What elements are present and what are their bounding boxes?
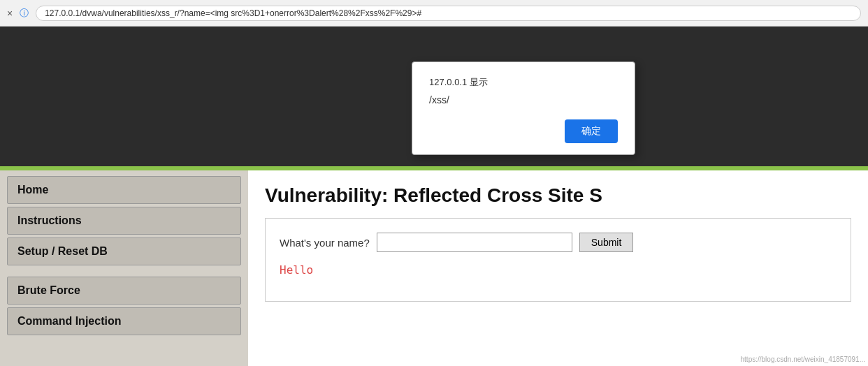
close-icon[interactable]: × (7, 8, 13, 19)
hello-text: Hello (280, 263, 837, 277)
alert-ok-button[interactable]: 确定 (565, 119, 618, 143)
name-label: What's your name? (280, 237, 370, 249)
browser-bar: × ⓘ 127.0.0.1/dvwa/vulnerabilities/xss_r… (0, 0, 868, 27)
sidebar-item-setup[interactable]: Setup / Reset DB (7, 237, 241, 265)
form-row: What's your name? Submit (280, 233, 837, 252)
page-title: Vulnerability: Reflected Cross Site S (265, 184, 851, 207)
alert-message: /xss/ (429, 94, 618, 105)
address-bar[interactable]: 127.0.0.1/dvwa/vulnerabilities/xss_r/?na… (36, 6, 861, 21)
alert-dialog: 127.0.0.1 显示 /xss/ 确定 (412, 61, 635, 155)
content-area: Vulnerability: Reflected Cross Site S Wh… (248, 170, 868, 366)
watermark: https://blog.csdn.net/weixin_41857091... (741, 356, 865, 363)
sidebar-item-instructions[interactable]: Instructions (7, 207, 241, 235)
alert-footer: 确定 (429, 119, 618, 143)
site-header: 127.0.0.1 显示 /xss/ 确定 (0, 27, 868, 166)
sidebar-item-brute-force[interactable]: Brute Force (7, 277, 241, 305)
sidebar-item-command-injection[interactable]: Command Injection (7, 307, 241, 335)
alert-site-label: 127.0.0.1 显示 (429, 76, 618, 89)
submit-button[interactable]: Submit (579, 233, 634, 252)
form-box: What's your name? Submit Hello (265, 218, 851, 302)
name-input[interactable] (377, 233, 572, 252)
sidebar-item-home[interactable]: Home (7, 176, 241, 204)
main-container: Home Instructions Setup / Reset DB Brute… (0, 170, 868, 366)
info-icon: ⓘ (20, 7, 29, 20)
sidebar-divider (7, 268, 241, 274)
sidebar: Home Instructions Setup / Reset DB Brute… (0, 170, 248, 366)
